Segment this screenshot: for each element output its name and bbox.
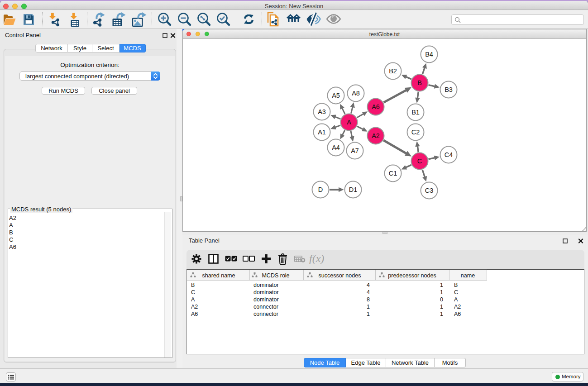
svg-text:C2: C2 bbox=[411, 129, 420, 136]
svg-text:A4: A4 bbox=[332, 144, 340, 151]
svg-text:C: C bbox=[417, 157, 422, 165]
svg-text:B2: B2 bbox=[389, 67, 397, 75]
svg-text:C4: C4 bbox=[445, 151, 453, 158]
svg-text:A: A bbox=[347, 119, 351, 126]
svg-text:A5: A5 bbox=[332, 92, 340, 99]
svg-text:B1: B1 bbox=[411, 109, 420, 116]
svg-text:A2: A2 bbox=[372, 132, 380, 139]
svg-text:C3: C3 bbox=[425, 187, 434, 194]
svg-text:C1: C1 bbox=[389, 170, 397, 177]
svg-text:B4: B4 bbox=[425, 51, 433, 58]
svg-text:B: B bbox=[417, 79, 422, 86]
svg-text:A3: A3 bbox=[318, 108, 326, 115]
svg-text:A6: A6 bbox=[372, 103, 380, 110]
svg-text:D1: D1 bbox=[349, 186, 358, 193]
svg-text:A1: A1 bbox=[318, 129, 326, 136]
svg-text:A8: A8 bbox=[352, 90, 360, 97]
svg-text:D: D bbox=[318, 186, 323, 193]
svg-text:B3: B3 bbox=[445, 86, 453, 93]
svg-text:A7: A7 bbox=[351, 147, 359, 154]
